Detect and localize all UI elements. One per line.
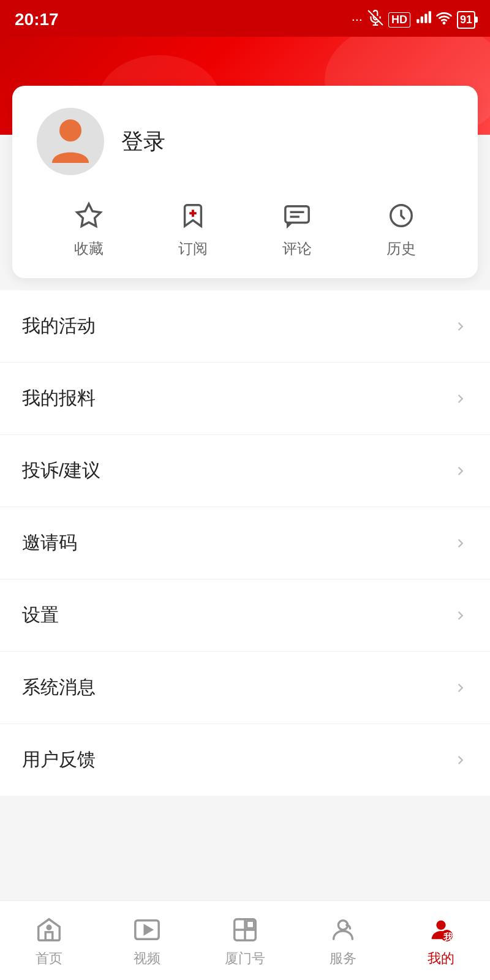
svg-rect-16 <box>45 932 53 940</box>
profile-header[interactable]: 登录 <box>37 108 453 175</box>
xiamen-icon <box>229 914 261 946</box>
quick-action-comments[interactable]: 评论 <box>281 200 313 258</box>
svg-rect-3 <box>417 19 419 23</box>
complaints-label: 投诉/建议 <box>22 458 100 483</box>
nav-item-mine[interactable]: 我 我的 <box>392 914 490 968</box>
cellular-icon <box>415 10 431 29</box>
hd-badge: HD <box>388 12 410 28</box>
quick-action-subscribe[interactable]: 订阅 <box>177 200 209 258</box>
service-nav-label: 服务 <box>330 949 356 968</box>
home-icon <box>33 914 65 946</box>
svg-marker-9 <box>77 204 100 226</box>
svg-point-25 <box>436 920 445 929</box>
favorites-icon <box>73 200 105 232</box>
quick-action-history[interactable]: 历史 <box>385 200 417 258</box>
menu-item-user-feedback[interactable]: 用户反馈 <box>0 724 490 796</box>
svg-text:我: 我 <box>443 932 453 942</box>
chevron-right-icon <box>453 753 468 767</box>
mine-nav-label: 我的 <box>428 949 454 968</box>
menu-item-settings[interactable]: 设置 <box>0 579 490 652</box>
history-label: 历史 <box>386 239 416 258</box>
svg-rect-12 <box>285 206 309 223</box>
svg-rect-4 <box>421 17 423 23</box>
history-icon <box>385 200 417 232</box>
video-icon <box>131 914 163 946</box>
profile-card: 登录 收藏 订阅 <box>12 86 478 278</box>
bottom-nav: 首页 视频 厦门号 <box>0 900 490 980</box>
menu-list: 我的活动 我的报料 投诉/建议 邀请码 设置 <box>0 290 490 796</box>
xiamen-nav-label: 厦门号 <box>225 949 265 968</box>
svg-marker-19 <box>145 925 152 933</box>
service-icon <box>327 914 359 946</box>
settings-label: 设置 <box>22 603 59 628</box>
mute-icon <box>368 10 383 29</box>
subscribe-label: 订阅 <box>178 239 208 258</box>
chevron-right-icon <box>453 319 468 334</box>
wifi-icon <box>436 10 452 29</box>
user-feedback-label: 用户反馈 <box>22 747 96 772</box>
menu-item-invite-code[interactable]: 邀请码 <box>0 507 490 579</box>
chevron-right-icon <box>453 536 468 551</box>
nav-item-video[interactable]: 视频 <box>98 914 196 968</box>
avatar[interactable] <box>37 108 104 175</box>
svg-point-7 <box>443 23 445 24</box>
nav-item-home[interactable]: 首页 <box>0 914 98 968</box>
quick-actions-row: 收藏 订阅 评论 <box>37 200 453 258</box>
svg-rect-5 <box>424 14 427 23</box>
mine-icon: 我 <box>425 914 457 946</box>
status-icons: ··· HD <box>352 10 475 29</box>
quick-action-favorites[interactable]: 收藏 <box>73 200 105 258</box>
my-reports-label: 我的报料 <box>22 386 96 411</box>
comments-label: 评论 <box>282 239 312 258</box>
comments-icon <box>281 200 313 232</box>
signal-dots-icon: ··· <box>352 12 363 28</box>
subscribe-icon <box>177 200 209 232</box>
menu-item-my-reports[interactable]: 我的报料 <box>0 363 490 435</box>
status-bar: 20:17 ··· HD <box>0 0 490 37</box>
status-time: 20:17 <box>15 10 59 29</box>
battery-icon: 91 <box>457 11 475 29</box>
favorites-label: 收藏 <box>74 239 104 258</box>
video-nav-label: 视频 <box>134 949 160 968</box>
svg-rect-23 <box>247 921 254 928</box>
nav-item-xiamen[interactable]: 厦门号 <box>196 914 294 968</box>
chevron-right-icon <box>453 391 468 406</box>
svg-point-17 <box>47 925 51 929</box>
menu-item-complaints[interactable]: 投诉/建议 <box>0 435 490 507</box>
invite-code-label: 邀请码 <box>22 530 77 556</box>
login-label[interactable]: 登录 <box>121 127 165 157</box>
home-nav-label: 首页 <box>36 949 62 968</box>
nav-item-service[interactable]: 服务 <box>294 914 392 968</box>
chevron-right-icon <box>453 680 468 695</box>
svg-rect-6 <box>429 11 431 23</box>
chevron-right-icon <box>453 464 468 478</box>
menu-item-my-activities[interactable]: 我的活动 <box>0 290 490 363</box>
svg-point-8 <box>59 119 81 141</box>
menu-item-system-messages[interactable]: 系统消息 <box>0 652 490 724</box>
system-messages-label: 系统消息 <box>22 675 96 700</box>
my-activities-label: 我的活动 <box>22 314 96 339</box>
chevron-right-icon <box>453 608 468 623</box>
